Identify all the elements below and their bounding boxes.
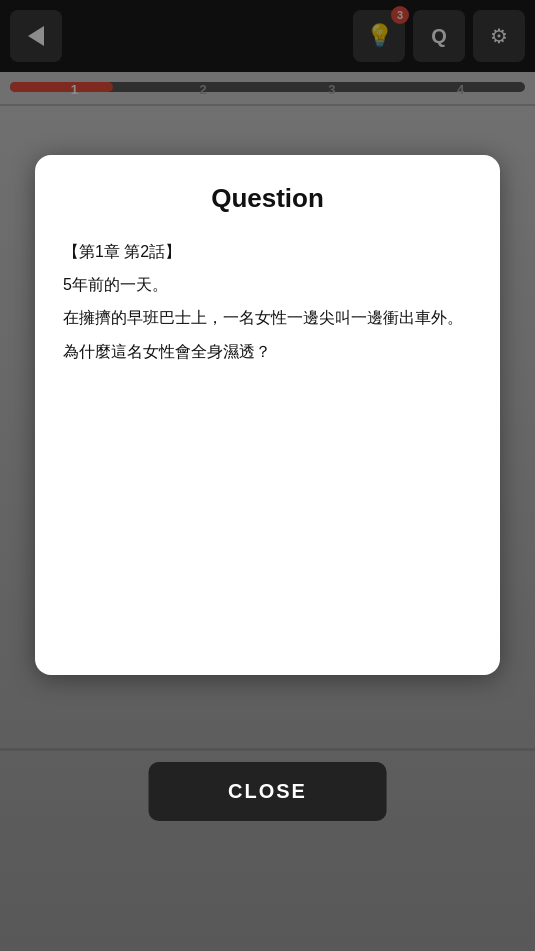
modal-title: Question: [63, 183, 472, 214]
close-button[interactable]: CLOSE: [148, 762, 387, 821]
question-modal: Question 【第1章 第2話】 5年前的一天。 在擁擠的早班巴士上，一名女…: [35, 155, 500, 675]
chapter-tag: 【第1章 第2話】: [63, 238, 472, 265]
story-line-1: 5年前的一天。: [63, 271, 472, 298]
story-line-3: 為什麼這名女性會全身濕透？: [63, 338, 472, 365]
story-line-2: 在擁擠的早班巴士上，一名女性一邊尖叫一邊衝出車外。: [63, 304, 472, 331]
modal-body: 【第1章 第2話】 5年前的一天。 在擁擠的早班巴士上，一名女性一邊尖叫一邊衝出…: [63, 238, 472, 365]
